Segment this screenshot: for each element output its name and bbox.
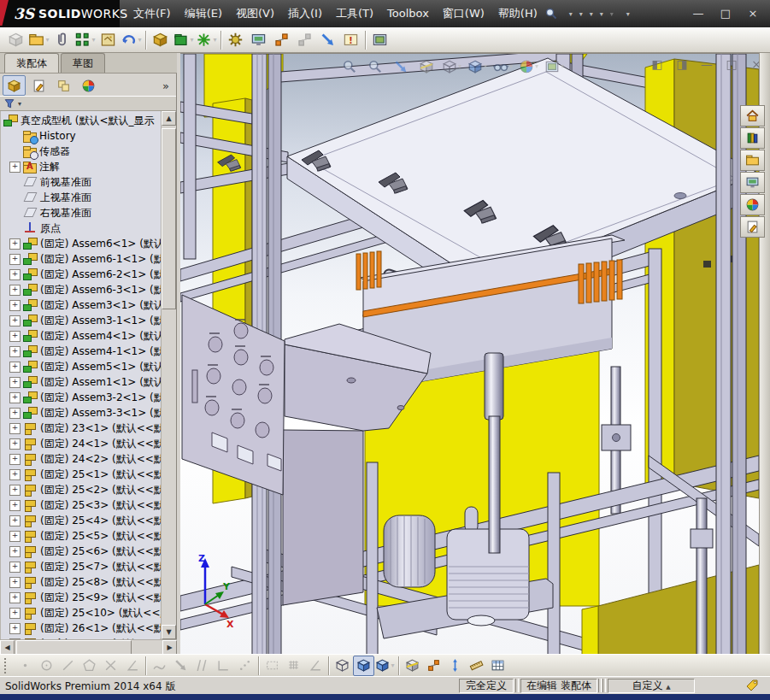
zoom-fit-button[interactable]	[339, 56, 359, 76]
featuremanager-design-tree-button[interactable]	[3, 75, 26, 96]
file-explorer-tab[interactable]	[740, 150, 765, 171]
tree-expander[interactable]: +	[9, 346, 21, 357]
tree-item[interactable]: +上视基准面	[1, 190, 162, 205]
tree-expander[interactable]: +	[9, 315, 21, 326]
tree-item[interactable]: +传感器	[1, 144, 162, 159]
assembly-features-dropdown-arrow[interactable]: ▾	[190, 36, 193, 44]
vertical-dimension-button[interactable]	[444, 656, 466, 676]
tree-item[interactable]: +(固定) 25<7> (默认<<默认	[1, 559, 162, 574]
move-component-dropdown-arrow[interactable]: ▾	[138, 36, 141, 44]
pane-right-button[interactable]: ◨	[673, 57, 691, 71]
view-orientation-dropdown-arrow[interactable]: ▾	[458, 62, 461, 70]
tree-expander[interactable]: +	[9, 392, 21, 403]
zoom-to-area-button[interactable]	[365, 56, 385, 76]
property-manager-button[interactable]	[27, 75, 50, 96]
tree-expander[interactable]: +	[9, 438, 21, 450]
interference-detection-button[interactable]	[339, 29, 362, 51]
scroll-up-button[interactable]: ▲	[162, 111, 176, 126]
apply-scene-dropdown-arrow[interactable]: ▾	[561, 62, 564, 70]
scroll-down-button[interactable]: ▼	[162, 625, 176, 639]
print-dropdown-arrow[interactable]: ▾	[600, 10, 603, 18]
rotate-component-button[interactable]	[149, 29, 172, 51]
tree-item[interactable]: +(固定) Assem5<1> (默认<	[1, 359, 162, 374]
appearances-scenes-tab[interactable]	[740, 194, 765, 215]
shaded-display-button[interactable]: ▾	[374, 656, 396, 676]
view-palette-tab[interactable]	[740, 172, 765, 193]
feature-tree[interactable]: 真空成型机 (默认<默认_显示+History+传感器+注解+前视基准面+上视基…	[0, 111, 162, 639]
horizontal-scroll-thumb[interactable]	[16, 640, 132, 655]
tree-item[interactable]: +(固定) 25<1> (默认<<默认	[1, 467, 162, 482]
tag-icon[interactable]	[745, 679, 759, 692]
menu-tools[interactable]: 工具(T)	[329, 0, 380, 27]
tree-item[interactable]: +(固定) Assem6-2<1> (默认	[1, 267, 162, 282]
minimize-doc-button[interactable]: —	[698, 57, 715, 71]
wireframe-display-button[interactable]	[332, 656, 353, 676]
design-library-tab[interactable]	[740, 127, 765, 149]
interference-check-button[interactable]	[423, 656, 444, 676]
reference-geometry-dropdown-arrow[interactable]: ▾	[213, 36, 216, 44]
tree-item[interactable]: +(固定) 23<1> (默认<<默认	[1, 421, 162, 436]
tree-item[interactable]: +(固定) Assem6-3<1> (默认	[1, 282, 162, 297]
tree-expander[interactable]: +	[9, 269, 21, 280]
simulation-button[interactable]	[224, 29, 247, 51]
tree-expander[interactable]: +	[9, 608, 21, 619]
tree-expander[interactable]: +	[9, 515, 21, 526]
menu-window[interactable]: 窗口(W)	[436, 0, 491, 27]
tree-expander[interactable]: +	[9, 546, 21, 557]
tree-expander[interactable]: +	[9, 238, 21, 250]
tab-assembly[interactable]: 装配体	[4, 53, 59, 73]
tree-item[interactable]: +(固定) 24<1> (默认<<默认	[1, 436, 162, 451]
tree-expander[interactable]: +	[9, 469, 21, 480]
tree-item[interactable]: +(固定) Assem3-2<1> (默认	[1, 390, 162, 405]
exploded-view-button[interactable]	[270, 29, 293, 51]
tree-expander[interactable]: +	[9, 377, 21, 388]
tree-item[interactable]: +(固定) Assem3<1> (默认<	[1, 297, 162, 313]
solidworks-resources-tab[interactable]	[740, 105, 765, 126]
open-document-dropdown-arrow[interactable]: ▾	[579, 10, 583, 18]
configuration-manager-button[interactable]	[52, 75, 75, 96]
measure-button[interactable]	[466, 656, 487, 676]
new-document-dropdown-arrow[interactable]: ▾	[569, 10, 573, 18]
menu-help[interactable]: 帮助(H)	[491, 0, 544, 27]
tree-expander[interactable]: +	[9, 408, 21, 419]
tree-item[interactable]: +注解	[1, 159, 162, 174]
minimize-button[interactable]: —	[688, 5, 708, 22]
tree-item[interactable]: +(固定) 25<8> (默认<<默认	[1, 574, 162, 590]
tree-item[interactable]: +(固定) 25<6> (默认<<默认	[1, 544, 162, 559]
reference-geometry-button[interactable]: ▾	[195, 29, 218, 51]
tree-item[interactable]: +(固定) Assem6-1<1> (默认	[1, 251, 162, 267]
linear-component-pattern-button[interactable]: ▾	[73, 29, 97, 51]
tree-expander[interactable]: +	[9, 300, 21, 311]
hide-show-items-button[interactable]: ▾	[493, 56, 513, 76]
3d-model-viewport[interactable]: Z X Y	[180, 54, 759, 655]
tree-item[interactable]: +(固定) 25<9> (默认<<默认	[1, 590, 162, 605]
scroll-right-button[interactable]: ▶	[162, 640, 177, 655]
close-button[interactable]: ×	[743, 5, 763, 22]
open-document-button[interactable]: ▾	[577, 3, 585, 24]
tree-item[interactable]: +原点	[1, 221, 162, 236]
edit-appearance-button[interactable]: ▾	[519, 56, 538, 76]
edit-appearance-dropdown-arrow[interactable]: ▾	[535, 62, 538, 70]
save-button[interactable]: ▾	[587, 3, 595, 24]
search-icon[interactable]	[544, 7, 558, 21]
tree-expander[interactable]: +	[9, 562, 21, 573]
instant-3d-button[interactable]	[368, 29, 391, 51]
menu-edit[interactable]: 编辑(E)	[178, 0, 229, 27]
tree-expander[interactable]: +	[9, 423, 21, 434]
move-component-button[interactable]: ▾	[120, 29, 143, 51]
tree-item[interactable]: +(固定) Assem1<1> (默认<	[1, 374, 162, 390]
help-button[interactable]: ▾	[624, 3, 632, 24]
tree-item[interactable]: +(固定) 25<2> (默认<<默认	[1, 482, 162, 497]
help-dropdown-arrow[interactable]: ▾	[626, 10, 630, 18]
tree-item[interactable]: +(固定) Assem3-1<1> (默认	[1, 313, 162, 328]
tree-expander[interactable]: +	[9, 485, 21, 496]
smart-fasteners-button[interactable]	[97, 29, 120, 51]
save-dropdown-arrow[interactable]: ▾	[590, 10, 593, 18]
tree-root-item[interactable]: 真空成型机 (默认<默认_显示	[1, 113, 162, 128]
apply-scene-button[interactable]: ▾	[544, 56, 564, 76]
tree-expander[interactable]: +	[9, 500, 21, 511]
section-view-button[interactable]	[402, 656, 423, 676]
undo-dropdown-arrow[interactable]: ▾	[610, 10, 614, 18]
tree-expander[interactable]: +	[9, 623, 21, 634]
curve-driven-pattern-button[interactable]	[316, 29, 339, 51]
